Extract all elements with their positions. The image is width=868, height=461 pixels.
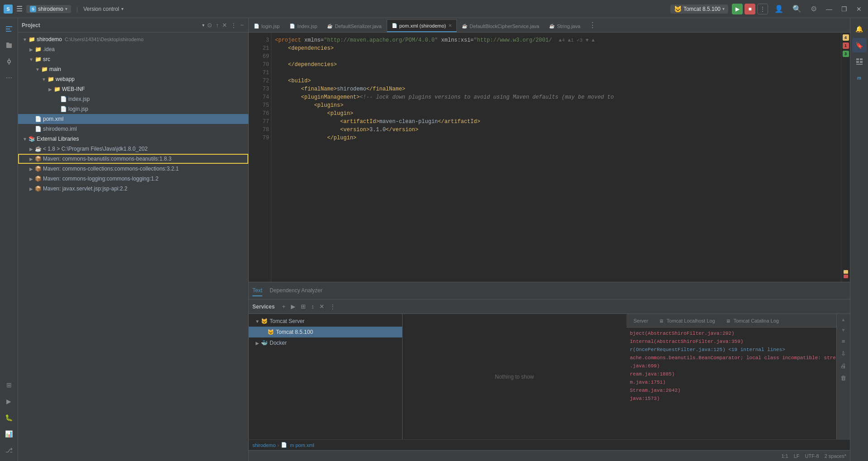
terminal-icon[interactable]: ⊞ — [2, 378, 16, 392]
services-close-button[interactable]: ✕ — [318, 302, 326, 311]
minimize-button[interactable]: — — [823, 5, 835, 14]
tomcat-run-config[interactable]: 🐱 Tomcat 8.5.100 ▾ — [670, 5, 728, 14]
tree-item-pomxml[interactable]: 📄 pom.xml — [18, 114, 248, 124]
restore-button[interactable]: ❐ — [839, 5, 850, 14]
expand-arrow: ▼ — [28, 57, 34, 62]
tree-item-external-libs[interactable]: ▼ 📚 External Libraries — [18, 134, 248, 144]
status-indent[interactable]: 2 spaces* — [825, 453, 846, 459]
more-tools-icon[interactable]: ⋯ — [2, 71, 16, 85]
status-bar: 1:1 LF UTF-8 2 spaces* — [249, 450, 850, 461]
status-lf[interactable]: LF — [794, 453, 800, 459]
run-icon-bar[interactable]: ▶ — [2, 394, 16, 409]
tree-item-indexjsp[interactable]: 📄 index.jsp — [18, 94, 248, 104]
services-group-button[interactable]: ⊞ — [299, 302, 308, 311]
tree-item-maven-jspapi[interactable]: ▶ 📦 Maven: javax.servlet.jsp:jsp-api:2.2 — [18, 184, 248, 194]
tab-loginjsp[interactable]: 📄 login.jsp — [249, 19, 285, 32]
tab-icon: 📄 — [254, 24, 259, 29]
services-more-button[interactable]: ⋮ — [328, 302, 337, 311]
code-content[interactable]: <project xmlns="http://maven.apache.org/… — [271, 33, 841, 282]
breadcrumb-project[interactable]: shirodemo — [252, 442, 275, 448]
tab-defaultserializer[interactable]: ☕ DefaultSerializer.java — [322, 19, 386, 32]
line-num: 70 — [251, 61, 269, 69]
tab-close-icon[interactable]: ✕ — [448, 23, 452, 28]
more-tabs-button[interactable]: ⋮ — [585, 21, 600, 29]
more-options-icon[interactable]: ⋮ — [230, 21, 237, 29]
settings-icon[interactable]: ⚙ — [808, 4, 820, 14]
tree-node-label: Maven: commons-logging:commons-logging:1… — [43, 176, 158, 182]
hamburger-icon[interactable]: ☰ — [16, 5, 23, 13]
maven-panel-icon[interactable]: m — [852, 71, 867, 85]
close-sidebar-icon[interactable]: ✕ — [221, 21, 228, 29]
jdk-icon: ☕ — [34, 146, 42, 152]
vc-chevron: ▾ — [121, 6, 123, 11]
more-run-button[interactable]: ⋮ — [757, 4, 768, 14]
project-selector[interactable]: S shirodemo ▾ — [26, 5, 71, 13]
git-icon[interactable]: ⎇ — [2, 443, 16, 457]
services-add-button[interactable]: + — [280, 302, 287, 311]
align-icon[interactable]: ≡ — [840, 337, 847, 346]
services-item-docker[interactable]: ▶ 🐳 Docker — [249, 337, 402, 348]
tree-item-webinf[interactable]: ▶ 📁 WEB-INF — [18, 84, 248, 94]
services-run-button[interactable]: ▶ — [289, 302, 297, 311]
tree-item-maven-beanutils[interactable]: ▶ 📦 Maven: commons-beanutils:commons-bea… — [18, 154, 248, 164]
scroll-marks — [844, 270, 848, 280]
scroll-up-icon[interactable]: ▲ — [840, 316, 847, 323]
services-header: Services + ▶ ⊞ ↕ ✕ ⋮ — [249, 299, 850, 314]
code-editor[interactable]: 3 21 69 70 71 72 73 74 75 76 77 78 79 <p… — [249, 33, 850, 282]
close-button[interactable]: ✕ — [854, 5, 864, 14]
tab-defaultblock[interactable]: ☕ DefaultBlockCipherService.java — [457, 19, 544, 32]
tab-pomxml[interactable]: 📄 pom.xml (shirodemo) ✕ — [387, 19, 457, 32]
structure-icon[interactable] — [852, 54, 867, 69]
tree-item-maven-logging[interactable]: ▶ 📦 Maven: commons-logging:commons-loggi… — [18, 174, 248, 184]
version-control-selector[interactable]: Version control ▾ — [83, 6, 123, 12]
log-tab-localhost[interactable]: 🖥 Tomcat Localhost Log — [655, 316, 719, 325]
scroll-to-end-icon[interactable]: ⇩ — [840, 349, 847, 358]
collapse-icon[interactable]: ↑ — [215, 21, 220, 29]
debug-icon-bar[interactable]: 🐛 — [2, 410, 16, 425]
folder-icon: 📁 — [41, 66, 48, 72]
search-icon[interactable]: 🔍 — [790, 4, 804, 14]
tab-indexjsp[interactable]: 📄 Index.jsp — [285, 19, 322, 32]
print-icon[interactable]: 🖨 — [839, 361, 848, 371]
breadcrumb-file[interactable]: m pom.xml — [290, 442, 314, 448]
minus-icon[interactable]: − — [239, 21, 245, 29]
bookmark-icon[interactable]: 🔖 — [852, 38, 867, 52]
tree-item-loginjsp[interactable]: 📄 login.jsp — [18, 104, 248, 114]
services-sort-button[interactable]: ↕ — [309, 302, 316, 311]
notifications-icon[interactable]: 🔔 — [852, 22, 867, 36]
services-detail-text: Nothing to show — [495, 374, 534, 380]
tree-item-main[interactable]: ▼ 📁 main — [18, 64, 248, 74]
services-item-tomcat85[interactable]: 🐱 Tomcat 8.5.100 — [249, 327, 402, 337]
profiler-icon[interactable]: 📊 — [2, 427, 16, 441]
run-button[interactable]: ▶ — [732, 4, 743, 14]
profile-icon[interactable]: 👤 — [772, 4, 786, 14]
sync-icon[interactable]: ⊙ — [206, 21, 213, 29]
status-encoding[interactable]: UTF-8 — [805, 453, 819, 459]
tree-item-idea[interactable]: ▶ 📁 .idea — [18, 44, 248, 54]
tomcat-server-icon: 🐱 — [261, 318, 268, 324]
tab-string[interactable]: ☕ String.java — [544, 19, 585, 32]
clear-icon[interactable]: 🗑 — [839, 373, 848, 383]
commit-icon[interactable] — [2, 54, 16, 69]
log-line: bject(AbstractShiroFilter.java:292) — [630, 329, 833, 337]
scroll-down-icon[interactable]: ▼ — [840, 326, 847, 334]
services-detail: Nothing to show — [403, 314, 626, 439]
tree-item-shirodemo[interactable]: ▼ 📁 shirodemo C:\Users\14341\Desktop\shi… — [18, 34, 248, 44]
file-explorer-icon[interactable] — [2, 38, 16, 52]
log-line: java:1573) — [630, 394, 833, 403]
log-line: ream.java:1885) — [630, 370, 833, 378]
tree-node-label: WEB-INF — [62, 86, 85, 92]
services-item-tomcat[interactable]: ▼ 🐱 Tomcat Server — [249, 316, 402, 327]
tab-dependency-analyzer[interactable]: Dependency Analyzer — [270, 285, 323, 296]
tree-item-webapp[interactable]: ▼ 📁 webapp — [18, 74, 248, 84]
status-position[interactable]: 1:1 — [781, 453, 788, 459]
tree-item-jdk[interactable]: ▶ ☕ < 1.8 > C:\Program Files\Java\jdk1.8… — [18, 144, 248, 154]
stop-button[interactable]: ■ — [745, 4, 755, 14]
tree-item-maven-collections[interactable]: ▶ 📦 Maven: commons-collections:commons-c… — [18, 164, 248, 174]
log-tab-server[interactable]: Server — [630, 316, 652, 325]
tab-text[interactable]: Text — [252, 285, 262, 296]
tree-item-shirodemoiml[interactable]: 📄 shirodemo.iml — [18, 124, 248, 134]
log-tab-catalina[interactable]: 🖥 Tomcat Catalina Log — [722, 316, 783, 325]
tree-item-src[interactable]: ▼ 📁 src — [18, 54, 248, 64]
sidebar-toggle[interactable] — [2, 22, 16, 36]
